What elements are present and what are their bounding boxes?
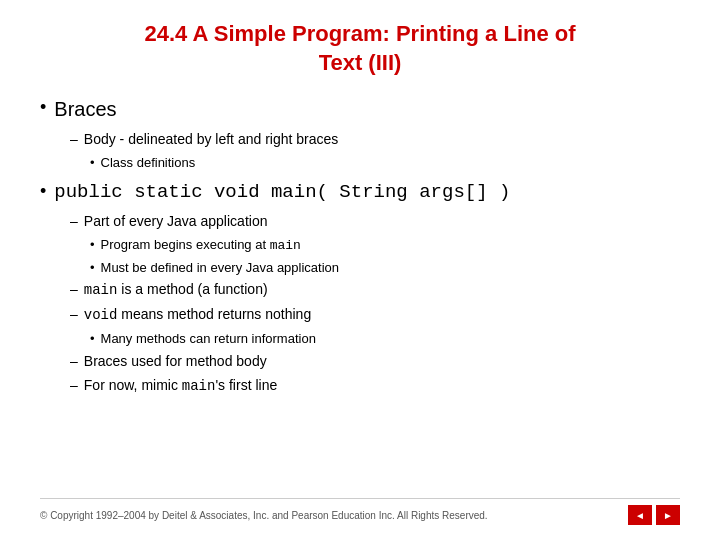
dash-braces-method-text: Braces used for method body <box>84 351 267 372</box>
void-sublist: • Many methods can return information <box>90 329 680 349</box>
title-line2: Text (III) <box>319 50 402 75</box>
nav-buttons[interactable]: ◄ ► <box>628 505 680 525</box>
program-begins-item: • Program begins executing at main <box>90 235 680 256</box>
void-mono: void <box>84 307 118 323</box>
dash-braces-method-symbol: – <box>70 351 78 372</box>
program-begins-dot: • <box>90 235 95 255</box>
slide-content: • Braces – Body - delineated by left and… <box>40 95 680 498</box>
main-mono-1: main <box>270 238 301 253</box>
next-button[interactable]: ► <box>656 505 680 525</box>
dash-void-text: void means method returns nothing <box>84 304 311 326</box>
slide-footer: © Copyright 1992–2004 by Deitel & Associ… <box>40 498 680 525</box>
bullet1-dot: • <box>40 95 46 120</box>
slide: 24.4 A Simple Program: Printing a Line o… <box>0 0 720 540</box>
many-methods-dot: • <box>90 329 95 349</box>
copyright-text: © Copyright 1992–2004 by Deitel & Associ… <box>40 510 488 521</box>
dash-mimic-symbol: – <box>70 375 78 396</box>
bullet-braces: • Braces <box>40 95 680 123</box>
bullet2-sublist: – Part of every Java application • Progr… <box>70 211 680 397</box>
many-methods-item: • Many methods can return information <box>90 329 680 349</box>
dash-braces-method: – Braces used for method body <box>70 351 680 372</box>
must-be-defined-text: Must be defined in every Java applicatio… <box>101 258 339 278</box>
bullet1-sublist: – Body - delineated by left and right br… <box>70 129 680 173</box>
dash-body: – Body - delineated by left and right br… <box>70 129 680 150</box>
dash-part-of: – Part of every Java application <box>70 211 680 232</box>
dash1-text: Body - delineated by left and right brac… <box>84 129 339 150</box>
must-be-defined-dot: • <box>90 258 95 278</box>
program-begins-text: Program begins executing at main <box>101 235 301 256</box>
dash-main-text: main is a method (a function) <box>84 279 268 301</box>
part-of-sublist: • Program begins executing at main • Mus… <box>90 235 680 277</box>
class-def-dot: • <box>90 153 95 173</box>
bullet2-dot: • <box>40 179 46 204</box>
dash-void-symbol: – <box>70 304 78 325</box>
main-mono-3: main <box>182 378 216 394</box>
must-be-defined-item: • Must be defined in every Java applicat… <box>90 258 680 278</box>
class-def-item: • Class definitions <box>90 153 680 173</box>
dash-part-symbol: – <box>70 211 78 232</box>
class-def-text: Class definitions <box>101 153 196 173</box>
bullet2-text: public static void main( String args[] ) <box>54 179 510 206</box>
bullet1-text: Braces <box>54 95 116 123</box>
many-methods-text: Many methods can return information <box>101 329 316 349</box>
dash-mimic: – For now, mimic main's first line <box>70 375 680 397</box>
dash-void: – void means method returns nothing <box>70 304 680 326</box>
bullet-main: • public static void main( String args[]… <box>40 179 680 206</box>
dash-main-method: – main is a method (a function) <box>70 279 680 301</box>
title-line1: 24.4 A Simple Program: Printing a Line o… <box>144 21 575 46</box>
body-sublist: • Class definitions <box>90 153 680 173</box>
dash-mimic-text: For now, mimic main's first line <box>84 375 277 397</box>
slide-title: 24.4 A Simple Program: Printing a Line o… <box>40 20 680 77</box>
dash-part-text: Part of every Java application <box>84 211 268 232</box>
dash-main-symbol: – <box>70 279 78 300</box>
prev-button[interactable]: ◄ <box>628 505 652 525</box>
dash1-symbol: – <box>70 129 78 150</box>
main-mono-2: main <box>84 282 118 298</box>
